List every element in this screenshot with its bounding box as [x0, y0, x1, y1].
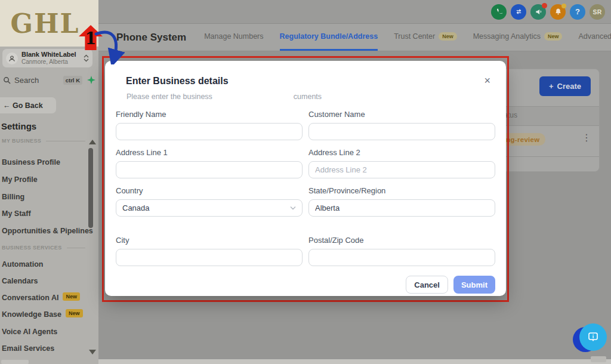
country-select[interactable]: Canada — [116, 199, 303, 217]
address-line-2-input[interactable] — [308, 161, 495, 178]
address-line-2-label: Address Line 2 — [308, 148, 495, 157]
new-badge: New — [66, 309, 83, 317]
user-avatar[interactable]: SR — [590, 4, 605, 20]
chevron-updown-icon — [84, 54, 89, 62]
friendly-name-label: Friendly Name — [116, 110, 303, 119]
page-title: Phone System — [116, 32, 186, 44]
svg-text:i: i — [593, 334, 594, 340]
sidebar-item-my-staff[interactable]: My Staff — [2, 209, 91, 218]
customer-name-input[interactable] — [308, 123, 495, 140]
address-line-1-label: Address Line 1 — [116, 148, 303, 157]
tab-regulatory-bundle-address[interactable]: Regulatory Bundle/Address — [280, 24, 378, 51]
chat-widget-caption — [591, 356, 606, 362]
announcements-button[interactable] — [530, 4, 546, 20]
new-badge: New — [544, 32, 563, 41]
quick-actions-button[interactable] — [511, 4, 526, 20]
account-switcher[interactable]: Blank WhiteLabel Canmore, Alberta — [2, 49, 92, 67]
sidebar-item-billing[interactable]: Billing — [2, 193, 91, 201]
sidebar-scrollbar[interactable] — [88, 148, 93, 228]
sidebar-item-knowledge-base[interactable]: Knowledge Base New — [2, 310, 91, 319]
postal-zip-code-label: Postal/Zip Code — [308, 236, 495, 245]
customer-name-label: Customer Name — [308, 110, 495, 119]
chevron-down-icon — [290, 206, 296, 210]
search-icon — [3, 76, 11, 84]
country-selected-value: Canada — [122, 203, 150, 212]
help-button[interactable]: ? — [570, 4, 585, 20]
state-province-region-input[interactable] — [308, 199, 495, 217]
phone-icon — [495, 8, 503, 16]
account-name: Blank WhiteLabel — [21, 51, 84, 58]
swap-arrows-icon — [515, 8, 523, 16]
sidebar-item-voice-ai-agents[interactable]: Voice AI Agents — [2, 328, 91, 336]
sidebar-bottom-chip — [1, 360, 29, 364]
annotation-curved-arrow — [93, 27, 126, 64]
bottom-edge-strip — [98, 359, 611, 364]
section-label-business-services: BUSINESS SERVICES — [2, 245, 85, 251]
postal-zip-code-input[interactable] — [308, 249, 495, 266]
modal-subtitle: Please enter the business cuments — [126, 92, 322, 101]
new-badge: New — [63, 292, 80, 301]
sidebar-title: Settings — [1, 121, 36, 131]
country-label: Country — [116, 186, 303, 195]
city-input[interactable] — [116, 249, 303, 266]
sparkle-icon[interactable] — [87, 76, 95, 84]
scroll-down-arrow[interactable] — [89, 350, 96, 354]
sidebar-item-conversation-ai[interactable]: Conversation AI New — [2, 294, 91, 302]
modal-title: Enter Business details — [126, 76, 229, 87]
sidebar: GHL Blank WhiteLabel Canmore, Alberta Se… — [0, 0, 98, 364]
submit-button[interactable]: Submit — [453, 276, 495, 294]
notification-dot — [542, 3, 547, 8]
row-menu-button[interactable]: ⋮ — [579, 131, 594, 145]
friendly-name-input[interactable] — [116, 123, 303, 140]
go-back-button[interactable]: ← Go Back — [0, 97, 56, 113]
account-location: Canmore, Alberta — [21, 58, 84, 66]
scroll-up-arrow[interactable] — [89, 140, 96, 144]
top-header-bar: ? SR — [98, 0, 611, 24]
new-badge: New — [439, 32, 457, 41]
tab-messaging-analytics[interactable]: Messaging Analytics New — [473, 24, 563, 51]
page-nav-bar: Phone System Manage Numbers Regulatory B… — [98, 24, 611, 51]
enter-business-details-modal: Enter Business details Please enter the … — [105, 61, 506, 296]
address-line-1-input[interactable] — [116, 161, 303, 178]
account-avatar-icon — [6, 53, 18, 64]
search-shortcut-badge: ctrl K — [63, 76, 82, 85]
section-label-my-business: MY BUSINESS — [2, 138, 85, 144]
search-placeholder: Search — [14, 76, 63, 85]
sidebar-item-automation[interactable]: Automation — [2, 260, 91, 269]
plus-icon: + — [549, 82, 554, 91]
tab-manage-numbers[interactable]: Manage Numbers — [204, 24, 263, 51]
tab-advanced-settings[interactable]: Advanced Settings — [578, 24, 611, 51]
city-label: City — [116, 236, 303, 245]
brand-logo: GHL — [10, 8, 79, 39]
chat-bubble-icon: i — [579, 323, 607, 351]
notifications-button[interactable] — [550, 4, 566, 20]
sidebar-item-opportunities-pipelines[interactable]: Opportunities & Pipelines — [2, 227, 91, 235]
phone-button[interactable] — [491, 4, 507, 20]
business-details-form: Friendly Name Customer Name Address Line… — [116, 110, 495, 294]
state-province-region-label: State/Province/Region — [308, 186, 495, 195]
tab-trust-center[interactable]: Trust Center New — [394, 24, 457, 51]
close-icon[interactable]: × — [482, 74, 493, 87]
create-button[interactable]: + Create — [539, 76, 591, 96]
redacted-text-gap — [212, 92, 294, 101]
sidebar-item-business-profile[interactable]: Business Profile — [2, 158, 91, 166]
cancel-button[interactable]: Cancel — [406, 276, 448, 294]
search-input[interactable]: Search ctrl K — [0, 72, 98, 88]
notification-dot — [561, 4, 566, 8]
person-icon — [8, 55, 16, 62]
bell-icon — [554, 8, 562, 16]
support-chat-widget[interactable]: i — [572, 321, 610, 357]
sidebar-item-calendars[interactable]: Calendars — [2, 277, 91, 285]
sidebar-item-email-services[interactable]: Email Services — [2, 344, 91, 353]
megaphone-icon — [535, 8, 542, 16]
question-icon: ? — [575, 7, 580, 16]
sidebar-item-my-profile[interactable]: My Profile — [2, 175, 91, 184]
